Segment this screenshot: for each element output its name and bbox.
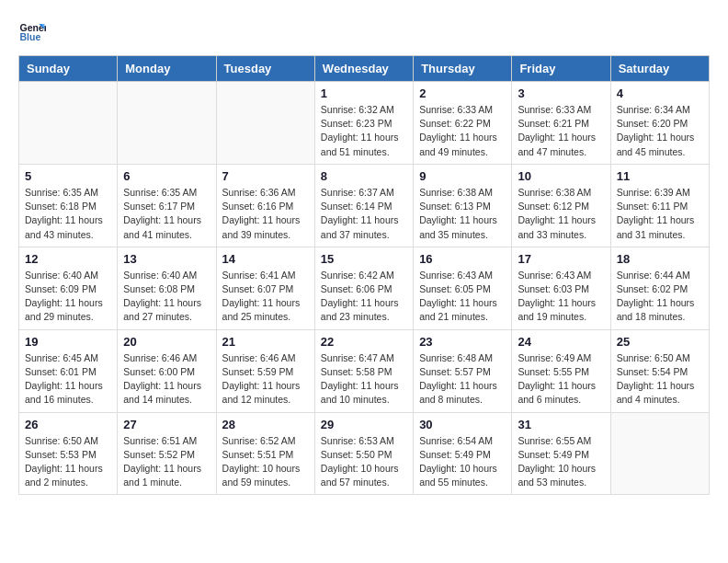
day-info: Sunrise: 6:47 AMSunset: 5:58 PMDaylight:… — [321, 351, 407, 408]
day-number: 22 — [321, 335, 407, 349]
calendar-week-5: 26Sunrise: 6:50 AMSunset: 5:53 PMDayligh… — [19, 412, 710, 495]
day-number: 17 — [518, 252, 604, 266]
calendar-day-empty — [216, 82, 314, 165]
day-number: 21 — [222, 335, 309, 349]
column-header-saturday: Saturday — [610, 56, 709, 82]
calendar-week-3: 12Sunrise: 6:40 AMSunset: 6:09 PMDayligh… — [19, 247, 710, 329]
day-info: Sunrise: 6:52 AMSunset: 5:51 PMDaylight:… — [222, 434, 309, 490]
calendar-day-empty — [610, 412, 709, 495]
column-header-friday: Friday — [512, 56, 610, 82]
calendar-day-4: 4Sunrise: 6:34 AMSunset: 6:20 PMDaylight… — [610, 82, 709, 165]
day-info: Sunrise: 6:42 AMSunset: 6:06 PMDaylight:… — [321, 269, 407, 325]
day-number: 29 — [321, 418, 407, 431]
calendar-day-5: 5Sunrise: 6:35 AMSunset: 6:18 PMDaylight… — [19, 164, 118, 247]
calendar-week-4: 19Sunrise: 6:45 AMSunset: 6:01 PMDayligh… — [19, 329, 710, 412]
day-number: 12 — [25, 252, 111, 266]
day-info: Sunrise: 6:46 AMSunset: 5:59 PMDaylight:… — [222, 351, 309, 408]
day-info: Sunrise: 6:33 AMSunset: 6:22 PMDaylight:… — [419, 103, 506, 159]
calendar-day-13: 13Sunrise: 6:40 AMSunset: 6:08 PMDayligh… — [118, 247, 216, 329]
day-number: 7 — [222, 169, 309, 183]
day-info: Sunrise: 6:38 AMSunset: 6:13 PMDaylight:… — [419, 186, 506, 242]
calendar-day-21: 21Sunrise: 6:46 AMSunset: 5:59 PMDayligh… — [216, 329, 314, 412]
day-info: Sunrise: 6:46 AMSunset: 6:00 PMDaylight:… — [123, 351, 210, 408]
day-info: Sunrise: 6:35 AMSunset: 6:17 PMDaylight:… — [123, 186, 210, 242]
column-header-sunday: Sunday — [19, 56, 118, 82]
day-number: 23 — [419, 335, 506, 349]
calendar-day-7: 7Sunrise: 6:36 AMSunset: 6:16 PMDaylight… — [216, 164, 314, 247]
day-info: Sunrise: 6:45 AMSunset: 6:01 PMDaylight:… — [25, 351, 111, 408]
logo-icon: General Blue — [18, 18, 46, 46]
day-info: Sunrise: 6:50 AMSunset: 5:54 PMDaylight:… — [617, 351, 703, 408]
calendar-day-8: 8Sunrise: 6:37 AMSunset: 6:14 PMDaylight… — [314, 164, 413, 247]
day-info: Sunrise: 6:35 AMSunset: 6:18 PMDaylight:… — [25, 186, 111, 242]
calendar-week-1: 1Sunrise: 6:32 AMSunset: 6:23 PMDaylight… — [19, 82, 710, 165]
calendar-day-30: 30Sunrise: 6:54 AMSunset: 5:49 PMDayligh… — [414, 412, 512, 495]
day-info: Sunrise: 6:48 AMSunset: 5:57 PMDaylight:… — [419, 351, 506, 408]
calendar-day-20: 20Sunrise: 6:46 AMSunset: 6:00 PMDayligh… — [118, 329, 216, 412]
calendar-day-28: 28Sunrise: 6:52 AMSunset: 5:51 PMDayligh… — [216, 412, 314, 495]
calendar-day-23: 23Sunrise: 6:48 AMSunset: 5:57 PMDayligh… — [414, 329, 512, 412]
day-number: 18 — [617, 252, 703, 266]
calendar-day-29: 29Sunrise: 6:53 AMSunset: 5:50 PMDayligh… — [314, 412, 413, 495]
calendar-week-2: 5Sunrise: 6:35 AMSunset: 6:18 PMDaylight… — [19, 164, 710, 247]
day-info: Sunrise: 6:36 AMSunset: 6:16 PMDaylight:… — [222, 186, 309, 242]
day-number: 2 — [419, 86, 506, 100]
calendar-day-10: 10Sunrise: 6:38 AMSunset: 6:12 PMDayligh… — [512, 164, 610, 247]
day-number: 25 — [617, 335, 703, 349]
day-number: 24 — [518, 335, 604, 349]
day-info: Sunrise: 6:43 AMSunset: 6:03 PMDaylight:… — [518, 269, 604, 325]
day-info: Sunrise: 6:55 AMSunset: 5:49 PMDaylight:… — [518, 434, 604, 490]
calendar-day-24: 24Sunrise: 6:49 AMSunset: 5:55 PMDayligh… — [512, 329, 610, 412]
calendar-day-12: 12Sunrise: 6:40 AMSunset: 6:09 PMDayligh… — [19, 247, 118, 329]
day-number: 10 — [518, 169, 604, 183]
day-info: Sunrise: 6:34 AMSunset: 6:20 PMDaylight:… — [617, 103, 703, 159]
day-number: 9 — [419, 169, 506, 183]
day-number: 30 — [419, 418, 506, 431]
calendar-day-3: 3Sunrise: 6:33 AMSunset: 6:21 PMDaylight… — [512, 82, 610, 165]
column-header-monday: Monday — [118, 56, 216, 82]
calendar-day-22: 22Sunrise: 6:47 AMSunset: 5:58 PMDayligh… — [314, 329, 413, 412]
page-header: General Blue — [18, 18, 710, 46]
day-info: Sunrise: 6:49 AMSunset: 5:55 PMDaylight:… — [518, 351, 604, 408]
day-number: 14 — [222, 252, 309, 266]
column-header-wednesday: Wednesday — [314, 56, 413, 82]
day-number: 1 — [321, 86, 407, 100]
day-number: 5 — [25, 169, 111, 183]
day-info: Sunrise: 6:53 AMSunset: 5:50 PMDaylight:… — [321, 434, 407, 490]
calendar-day-1: 1Sunrise: 6:32 AMSunset: 6:23 PMDaylight… — [314, 82, 413, 165]
day-number: 31 — [518, 418, 604, 431]
calendar-day-14: 14Sunrise: 6:41 AMSunset: 6:07 PMDayligh… — [216, 247, 314, 329]
column-header-thursday: Thursday — [414, 56, 512, 82]
logo: General Blue — [18, 18, 46, 46]
day-info: Sunrise: 6:38 AMSunset: 6:12 PMDaylight:… — [518, 186, 604, 242]
day-info: Sunrise: 6:40 AMSunset: 6:09 PMDaylight:… — [25, 269, 111, 325]
day-number: 11 — [617, 169, 703, 183]
day-info: Sunrise: 6:51 AMSunset: 5:52 PMDaylight:… — [123, 434, 210, 490]
calendar-day-empty — [19, 82, 118, 165]
day-number: 13 — [123, 252, 210, 266]
calendar-day-15: 15Sunrise: 6:42 AMSunset: 6:06 PMDayligh… — [314, 247, 413, 329]
calendar-day-11: 11Sunrise: 6:39 AMSunset: 6:11 PMDayligh… — [610, 164, 709, 247]
day-info: Sunrise: 6:41 AMSunset: 6:07 PMDaylight:… — [222, 269, 309, 325]
day-info: Sunrise: 6:44 AMSunset: 6:02 PMDaylight:… — [617, 269, 703, 325]
svg-text:Blue: Blue — [20, 31, 41, 42]
calendar-day-18: 18Sunrise: 6:44 AMSunset: 6:02 PMDayligh… — [610, 247, 709, 329]
calendar-day-9: 9Sunrise: 6:38 AMSunset: 6:13 PMDaylight… — [414, 164, 512, 247]
calendar-day-16: 16Sunrise: 6:43 AMSunset: 6:05 PMDayligh… — [414, 247, 512, 329]
day-info: Sunrise: 6:39 AMSunset: 6:11 PMDaylight:… — [617, 186, 703, 242]
calendar-day-17: 17Sunrise: 6:43 AMSunset: 6:03 PMDayligh… — [512, 247, 610, 329]
day-number: 19 — [25, 335, 111, 349]
calendar-day-31: 31Sunrise: 6:55 AMSunset: 5:49 PMDayligh… — [512, 412, 610, 495]
day-number: 20 — [123, 335, 210, 349]
calendar: SundayMondayTuesdayWednesdayThursdayFrid… — [18, 55, 710, 495]
day-info: Sunrise: 6:33 AMSunset: 6:21 PMDaylight:… — [518, 103, 604, 159]
calendar-day-19: 19Sunrise: 6:45 AMSunset: 6:01 PMDayligh… — [19, 329, 118, 412]
day-number: 27 — [123, 418, 210, 431]
day-info: Sunrise: 6:43 AMSunset: 6:05 PMDaylight:… — [419, 269, 506, 325]
day-number: 4 — [617, 86, 703, 100]
column-header-tuesday: Tuesday — [216, 56, 314, 82]
day-number: 28 — [222, 418, 309, 431]
day-info: Sunrise: 6:37 AMSunset: 6:14 PMDaylight:… — [321, 186, 407, 242]
day-number: 15 — [321, 252, 407, 266]
calendar-day-27: 27Sunrise: 6:51 AMSunset: 5:52 PMDayligh… — [118, 412, 216, 495]
